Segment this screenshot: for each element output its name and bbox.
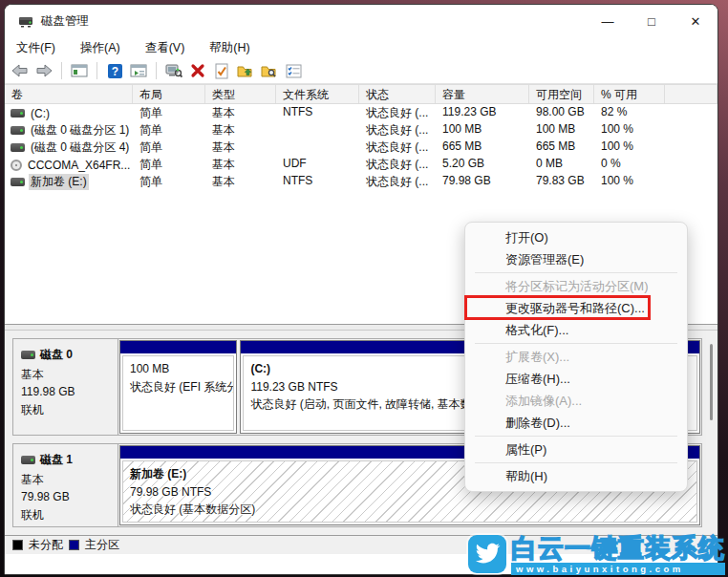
close-button[interactable]: ✕ — [674, 5, 717, 37]
volume-name: (C:) — [29, 107, 52, 120]
table-row[interactable]: (磁盘 0 磁盘分区 1) 简单 基本 状态良好 (... 100 MB 100… — [5, 121, 717, 139]
table-row[interactable]: (磁盘 0 磁盘分区 4) 简单 基本 状态良好 (... 665 MB 665… — [5, 139, 717, 156]
action-pane-icon[interactable] — [129, 61, 148, 80]
watermark-url: www.baiyunxitong.com — [511, 563, 725, 575]
toolbar-separator — [61, 62, 62, 79]
delete-red-x-icon[interactable] — [188, 61, 207, 80]
maximize-button[interactable]: □ — [630, 5, 674, 37]
col-capacity[interactable]: 容量 — [436, 85, 529, 103]
back-arrow-icon[interactable] — [11, 61, 30, 80]
cell-pct: 100 % — [594, 139, 665, 156]
menu-item-help[interactable]: 帮助(H) — [465, 465, 687, 487]
volume-table-header: 卷 布局 类型 文件系统 状态 容量 可用空间 % 可用 — [5, 84, 717, 104]
col-volume[interactable]: 卷 — [5, 85, 133, 103]
disk-size: 79.98 GB — [21, 488, 110, 506]
menu-item-extend-volume: 扩展卷(X)... — [465, 346, 687, 368]
scrollbar-thumb[interactable] — [710, 344, 713, 420]
partition-color-band — [120, 341, 236, 353]
menu-item-shrink-volume[interactable]: 压缩卷(H)... — [465, 368, 687, 390]
volume-name: 新加卷 (E:) — [29, 174, 89, 190]
folder-up-icon[interactable] — [236, 61, 255, 80]
cell-free: 0 MB — [529, 156, 594, 173]
partition-status: 状态良好 (基本数据分区) — [130, 502, 255, 516]
partition-efi[interactable]: 100 MB 状态良好 (EFI 系统分 — [119, 340, 237, 434]
vertical-scrollbar[interactable] — [704, 331, 717, 535]
cell-fs — [276, 121, 359, 139]
partition-status: 状态良好 (EFI 系统分 — [130, 378, 226, 396]
menu-separator — [475, 343, 677, 344]
disk-1-label[interactable]: 磁盘 1 基本 79.98 GB 联机 — [13, 444, 118, 526]
console-window-icon[interactable] — [70, 61, 89, 80]
menu-file[interactable]: 文件(F) — [14, 39, 57, 57]
menu-item-delete-volume[interactable]: 删除卷(D)... — [465, 412, 687, 434]
col-free-space[interactable]: 可用空间 — [529, 85, 594, 103]
disk-0-label[interactable]: 磁盘 0 基本 119.98 GB 联机 — [13, 339, 118, 435]
table-row-selected[interactable]: 新加卷 (E:) 简单 基本 NTFS 状态良好 (... 79.98 GB 7… — [5, 173, 717, 190]
cell-free: 98.00 GB — [529, 104, 594, 121]
volume-name: CCCOMA_X64FR... — [26, 159, 132, 172]
cell-type: 基本 — [205, 173, 276, 190]
menu-item-explorer[interactable]: 资源管理器(E) — [465, 248, 687, 270]
table-row[interactable]: CCCOMA_X64FR... 简单 基本 UDF 状态良好 (... 5.20… — [5, 156, 717, 173]
menu-item-format[interactable]: 格式化(F)... — [465, 319, 687, 341]
cell-layout: 简单 — [133, 104, 205, 121]
toolbar: ? — [5, 58, 717, 84]
cell-status: 状态良好 (... — [359, 156, 436, 173]
col-status[interactable]: 状态 — [359, 85, 436, 103]
partition-name: 新加卷 (E:) — [130, 467, 186, 481]
menu-help[interactable]: 帮助(H) — [207, 39, 251, 57]
cell-status: 状态良好 (... — [359, 104, 436, 121]
col-percent-free[interactable]: % 可用 — [594, 85, 665, 103]
menu-action[interactable]: 操作(A) — [78, 39, 122, 57]
cell-fs: NTFS — [276, 173, 359, 190]
cell-capacity: 100 MB — [436, 121, 529, 139]
cell-layout: 简单 — [133, 173, 205, 190]
volume-name: (磁盘 0 磁盘分区 1) — [29, 122, 131, 139]
window-controls: — □ ✕ — [586, 5, 717, 37]
disk-icon — [11, 143, 25, 152]
svg-text:?: ? — [111, 65, 118, 78]
help-icon[interactable]: ? — [105, 61, 124, 80]
legend-unallocated-label: 未分配 — [29, 537, 63, 553]
cell-fs: UDF — [276, 156, 359, 173]
col-filesystem[interactable]: 文件系统 — [276, 85, 359, 103]
watermark-title: 白云一键重装系统 — [511, 535, 725, 562]
disk-icon — [11, 109, 25, 118]
cell-fs: NTFS — [276, 104, 359, 121]
menu-view[interactable]: 查看(V) — [143, 39, 187, 57]
cell-layout: 简单 — [133, 156, 205, 173]
computer-search-icon[interactable] — [164, 61, 183, 80]
legend-primary-label: 主分区 — [85, 537, 119, 553]
menu-separator — [475, 436, 677, 437]
cell-type: 基本 — [205, 139, 276, 156]
checklist-icon[interactable] — [284, 61, 303, 80]
cell-capacity: 5.20 GB — [436, 156, 529, 173]
cell-free: 79.83 GB — [529, 173, 594, 190]
folder-search-icon[interactable] — [260, 61, 279, 80]
menu-bar: 文件(F) 操作(A) 查看(V) 帮助(H) — [5, 37, 717, 58]
unallocated-swatch — [12, 540, 23, 550]
primary-partition-swatch — [69, 540, 79, 550]
col-layout[interactable]: 布局 — [133, 85, 205, 103]
menu-item-change-drive-letter[interactable]: 更改驱动器号和路径(C)... — [465, 297, 687, 319]
menu-separator — [475, 462, 677, 463]
menu-item-open[interactable]: 打开(O) — [465, 226, 687, 248]
partition-size: 79.98 GB NTFS — [130, 485, 211, 499]
cell-layout: 简单 — [133, 139, 205, 156]
cell-type: 基本 — [205, 156, 276, 173]
check-document-icon[interactable] — [212, 61, 231, 80]
partition-size: 100 MB — [130, 360, 226, 378]
forward-arrow-icon[interactable] — [34, 61, 54, 80]
disk-status: 联机 — [21, 506, 110, 524]
disk-size: 119.98 GB — [21, 383, 110, 401]
col-empty — [665, 85, 717, 103]
disk-title: 磁盘 1 — [40, 451, 73, 469]
col-type[interactable]: 类型 — [205, 85, 276, 103]
cell-type: 基本 — [205, 104, 276, 121]
cell-fs — [276, 139, 359, 156]
menu-item-properties[interactable]: 属性(P) — [465, 438, 687, 460]
cell-capacity: 79.98 GB — [436, 173, 529, 190]
minimize-button[interactable]: — — [586, 5, 630, 37]
cell-pct: 82 % — [594, 104, 665, 121]
table-row[interactable]: (C:) 简单 基本 NTFS 状态良好 (... 119.23 GB 98.0… — [5, 104, 717, 121]
